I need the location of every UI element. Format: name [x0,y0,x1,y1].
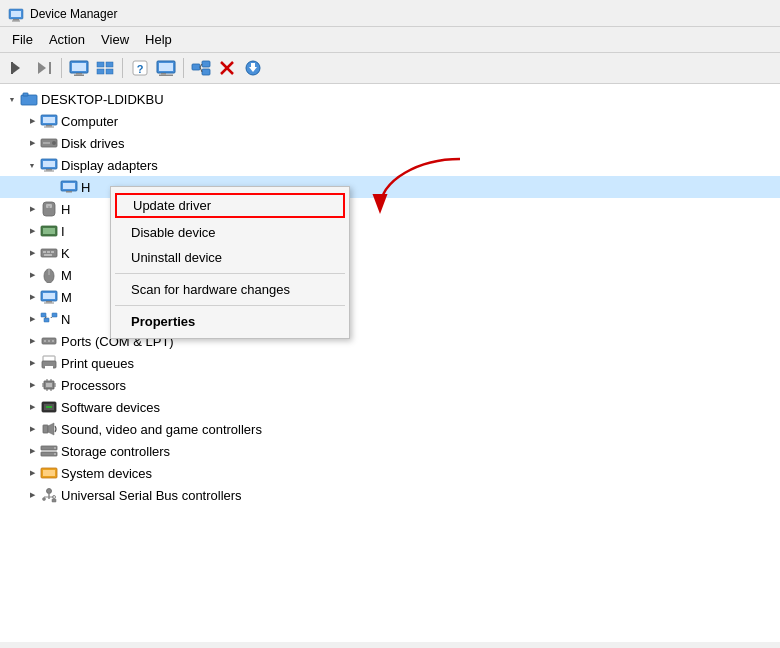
ctx-uninstall-device[interactable]: Uninstall device [111,245,349,270]
svg-rect-43 [46,169,52,171]
svg-rect-31 [251,63,255,68]
tree-item-system[interactable]: System devices [0,462,780,484]
svg-rect-24 [202,69,210,75]
svg-rect-22 [192,64,200,70]
svg-point-39 [52,141,56,145]
disk-expand[interactable] [24,135,40,151]
proc-label: Processors [61,378,126,393]
svg-rect-54 [43,251,46,253]
menu-view[interactable]: View [93,29,137,50]
menu-file[interactable]: File [4,29,41,50]
svg-point-71 [48,340,50,342]
computer-btn[interactable] [67,56,91,80]
svg-marker-6 [38,62,46,74]
tree-item-sound[interactable]: Sound, video and game controllers [0,418,780,440]
usb-icon [40,487,58,503]
titlebar-icon [8,6,24,22]
svg-rect-13 [106,62,113,67]
network-expand[interactable] [24,311,40,327]
root-icon [20,91,38,107]
tree-item-disk[interactable]: Disk drives [0,132,780,154]
svg-rect-66 [52,313,57,317]
root-expand[interactable] [4,91,20,107]
system-expand[interactable] [24,465,40,481]
tree-item-print[interactable]: Print queues [0,352,780,374]
svg-rect-33 [23,93,28,96]
svg-point-93 [54,447,56,449]
svg-rect-37 [44,127,54,128]
tree-item-proc[interactable]: Processors [0,374,780,396]
tree-root[interactable]: DESKTOP-LDIDKBU [0,88,780,110]
ctx-scan[interactable]: Scan for hardware changes [111,277,349,302]
ide-expand[interactable] [24,223,40,239]
ports-expand[interactable] [24,333,40,349]
ide-icon [40,223,58,239]
network-btn[interactable] [189,56,213,80]
ctx-update-driver[interactable]: Update driver [115,193,345,218]
monitors-expand[interactable] [24,289,40,305]
software-expand[interactable] [24,399,40,415]
monitors-icon [40,289,58,305]
download-btn[interactable] [241,56,265,80]
svg-point-100 [43,498,46,501]
display-child-icon [60,179,78,195]
tree-item-usb[interactable]: Universal Serial Bus controllers [0,484,780,506]
storage-label: Storage controllers [61,444,170,459]
sound-expand[interactable] [24,421,40,437]
svg-rect-40 [43,142,50,144]
svg-rect-9 [72,63,86,71]
usb-expand[interactable] [24,487,40,503]
svg-rect-57 [44,254,52,256]
tree-item-display[interactable]: Display adapters [0,154,780,176]
help-btn[interactable]: ? [128,56,152,80]
svg-point-97 [47,489,52,494]
back-button[interactable] [6,56,30,80]
delete-btn[interactable] [215,56,239,80]
forward-button[interactable] [32,56,56,80]
mice-expand[interactable] [24,267,40,283]
menu-bar: File Action View Help [0,27,780,53]
svg-line-68 [51,317,52,318]
svg-rect-2 [13,19,19,21]
list-btn[interactable] [93,56,117,80]
computer-icon [40,113,58,129]
menu-help[interactable]: Help [137,29,180,50]
svg-rect-77 [46,383,52,387]
system-label: System devices [61,466,152,481]
tree-item-software[interactable]: Software devices [0,396,780,418]
mice-icon [40,267,58,283]
menu-action[interactable]: Action [41,29,93,50]
svg-point-70 [44,340,46,342]
hid-label: H [61,202,70,217]
window-title: Device Manager [30,7,117,21]
svg-rect-3 [12,21,20,22]
print-expand[interactable] [24,355,40,371]
svg-rect-11 [74,75,84,77]
ctx-properties[interactable]: Properties [111,309,349,334]
ctx-sep-2 [115,305,345,306]
storage-expand[interactable] [24,443,40,459]
tree-item-computer[interactable]: Computer [0,110,780,132]
toolbar-sep-1 [61,58,62,78]
svg-rect-75 [45,366,53,369]
proc-expand[interactable] [24,377,40,393]
disk-label: Disk drives [61,136,125,151]
svg-rect-52 [43,228,55,234]
network-icon [40,311,58,327]
software-icon [40,399,58,415]
toolbar: ? [0,53,780,84]
svg-rect-35 [43,117,55,123]
ctx-disable-device[interactable]: Disable device [111,220,349,245]
computer-expand[interactable] [24,113,40,129]
display-expand[interactable] [24,157,40,173]
hid-expand[interactable] [24,201,40,217]
svg-text:?: ? [137,63,144,75]
grid-btn[interactable] [154,56,178,80]
keyboard-expand[interactable] [24,245,40,261]
context-menu: Update driver Disable device Uninstall d… [110,186,350,339]
sound-label: Sound, video and game controllers [61,422,262,437]
tree-item-storage[interactable]: Storage controllers [0,440,780,462]
system-icon [40,465,58,481]
ports-icon [40,333,58,349]
toolbar-sep-2 [122,58,123,78]
